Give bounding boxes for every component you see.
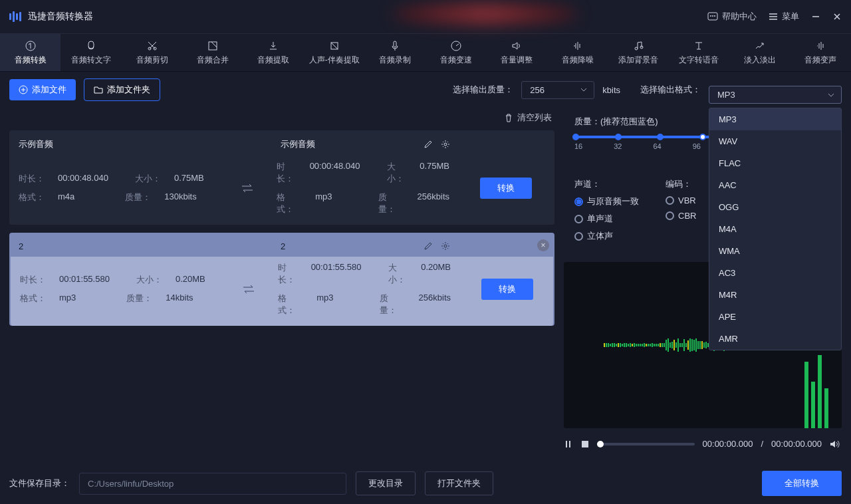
encode-option[interactable]: VBR — [666, 195, 696, 205]
format-option-ape[interactable]: APE — [709, 306, 841, 328]
nav-voice-change[interactable]: 音频变声 — [790, 34, 850, 71]
save-path-label: 文件保存目录： — [9, 477, 70, 489]
volume-icon[interactable] — [830, 440, 840, 449]
format-option-ac3[interactable]: AC3 — [709, 262, 841, 284]
top-nav: 音频转换音频转文字音频剪切音频合并音频提取人声-伴奏提取音频录制音频变速音量调整… — [0, 33, 851, 72]
nav-audio-extract[interactable]: 音频提取 — [243, 34, 304, 71]
quality-unit: kbits — [602, 85, 620, 95]
format-option-amr[interactable]: AMR — [709, 328, 841, 350]
nav-audio-to-text[interactable]: 音频转文字 — [61, 34, 121, 71]
file-card[interactable]: 22×时长：00:01:55.580大小：0.20MB格式：mp3质量：14kb… — [9, 233, 554, 326]
vocal-remove-icon — [328, 40, 340, 52]
nav-audio-speed[interactable]: 音频变速 — [426, 34, 486, 71]
format-option-flac[interactable]: FLAC — [709, 152, 841, 174]
encode-label: 编码： — [666, 178, 696, 190]
tts-icon — [693, 40, 705, 52]
convert-button[interactable]: 转换 — [480, 178, 532, 199]
svg-point-14 — [444, 143, 447, 146]
nav-vocal-remove[interactable]: 人声-伴奏提取 — [304, 34, 364, 71]
format-option-mp3[interactable]: MP3 — [709, 108, 841, 130]
file-name: 2 — [19, 241, 271, 251]
clear-list-button[interactable]: 清空列表 — [504, 112, 552, 124]
duration-value: 00:01:55.580 — [59, 274, 110, 286]
svg-rect-16 — [582, 441, 588, 447]
format-value: m4a — [58, 191, 74, 203]
nav-tts[interactable]: 文字转语音 — [669, 34, 729, 71]
channel-label: 声道： — [574, 178, 639, 190]
add-file-button[interactable]: 添加文件 — [9, 79, 76, 100]
audio-record-icon — [389, 40, 401, 52]
add-bgm-icon — [632, 40, 644, 52]
svg-point-15 — [444, 245, 447, 247]
channel-option[interactable]: 与原音频一致 — [574, 195, 639, 207]
change-dir-button[interactable]: 更改目录 — [356, 471, 416, 495]
convert-all-button[interactable]: 全部转换 — [762, 471, 842, 496]
nav-audio-record[interactable]: 音频录制 — [365, 34, 426, 71]
format-option-wav[interactable]: WAV — [709, 130, 841, 152]
audio-extract-icon — [267, 40, 279, 52]
menu-button[interactable]: 菜单 — [769, 11, 799, 23]
gear-icon[interactable] — [440, 241, 451, 251]
output-file-name: 示例音频 — [281, 138, 414, 150]
app-title: 迅捷音频转换器 — [28, 11, 93, 23]
output-file-name: 2 — [281, 241, 414, 251]
convert-button[interactable]: 转换 — [481, 279, 533, 300]
stop-icon[interactable] — [581, 440, 589, 448]
audio-to-text-icon — [85, 40, 97, 52]
nav-audio-convert[interactable]: 音频转换 — [0, 34, 61, 71]
nav-fade[interactable]: 淡入淡出 — [729, 34, 790, 71]
nav-audio-cut[interactable]: 音频剪切 — [122, 34, 182, 71]
chevron-down-icon — [580, 88, 587, 92]
chevron-down-icon — [828, 93, 834, 97]
output-format-select[interactable]: MP3 — [709, 86, 842, 104]
nav-add-bgm[interactable]: 添加背景音 — [608, 34, 668, 71]
footer: 文件保存目录： C:/Users/linfu/Desktop 更改目录 打开文件… — [0, 463, 851, 504]
channel-option[interactable]: 立体声 — [574, 230, 639, 242]
nav-audio-merge[interactable]: 音频合并 — [182, 34, 243, 71]
audio-merge-icon — [207, 40, 219, 52]
format-option-wma[interactable]: WMA — [709, 240, 841, 262]
remove-file-button[interactable]: × — [537, 239, 549, 251]
svg-point-11 — [635, 47, 638, 50]
output-quality-label: 选择输出质量： — [453, 84, 513, 96]
output-format-label: 选择输出格式： — [640, 84, 701, 96]
format-option-m4a[interactable]: M4A — [709, 218, 841, 240]
format-option-m4r[interactable]: M4R — [709, 284, 841, 306]
size-value: 0.75MB — [174, 173, 204, 185]
help-center-button[interactable]: 帮助中心 — [707, 11, 757, 23]
encode-option[interactable]: CBR — [666, 211, 696, 221]
format-option-ogg[interactable]: OGG — [709, 196, 841, 218]
decorative-glow — [392, 4, 578, 24]
nav-volume-adjust[interactable]: 音量调整 — [486, 34, 547, 71]
open-dir-button[interactable]: 打开文件夹 — [425, 471, 493, 495]
add-folder-button[interactable]: 添加文件夹 — [84, 78, 160, 101]
edit-icon[interactable] — [423, 241, 433, 251]
pause-icon[interactable] — [565, 440, 573, 448]
channel-option[interactable]: 单声道 — [574, 213, 639, 225]
svg-rect-9 — [394, 41, 396, 47]
svg-point-3 — [714, 15, 715, 17]
time-current: 00:00:00.000 — [703, 439, 753, 449]
quality-value: 14kbits — [166, 293, 193, 305]
noise-reduce-icon — [572, 40, 584, 52]
voice-change-icon — [814, 40, 826, 52]
app-logo-icon — [9, 11, 21, 22]
minimize-button[interactable] — [811, 12, 820, 21]
nav-noise-reduce[interactable]: 音频降噪 — [547, 34, 608, 71]
edit-icon[interactable] — [423, 139, 433, 150]
format-option-aac[interactable]: AAC — [709, 174, 841, 196]
svg-point-2 — [712, 15, 713, 17]
gear-icon[interactable] — [440, 139, 451, 150]
format-value: mp3 — [59, 293, 76, 305]
player-bar: 00:00:00.000 / 00:00:00.000 — [564, 435, 842, 453]
file-card[interactable]: 示例音频示例音频时长：00:00:48.040大小：0.75MB格式：m4a质量… — [9, 130, 554, 225]
time-total: 00:00:00.000 — [771, 439, 822, 449]
close-button[interactable] — [832, 12, 842, 21]
svg-point-1 — [710, 15, 711, 17]
size-value: 0.20MB — [176, 274, 205, 286]
progress-track[interactable] — [597, 443, 695, 445]
audio-convert-icon — [25, 40, 37, 52]
output-quality-select[interactable]: 256 — [521, 81, 594, 99]
save-path-input[interactable]: C:/Users/linfu/Desktop — [79, 473, 346, 495]
volume-adjust-icon — [511, 40, 523, 52]
